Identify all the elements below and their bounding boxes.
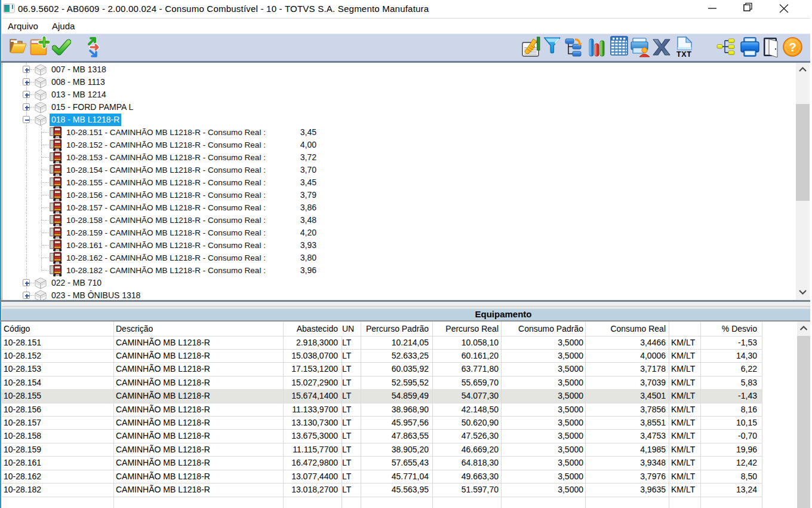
svg-text:TXT: TXT	[676, 50, 691, 58]
svg-text:?: ?	[789, 41, 796, 54]
